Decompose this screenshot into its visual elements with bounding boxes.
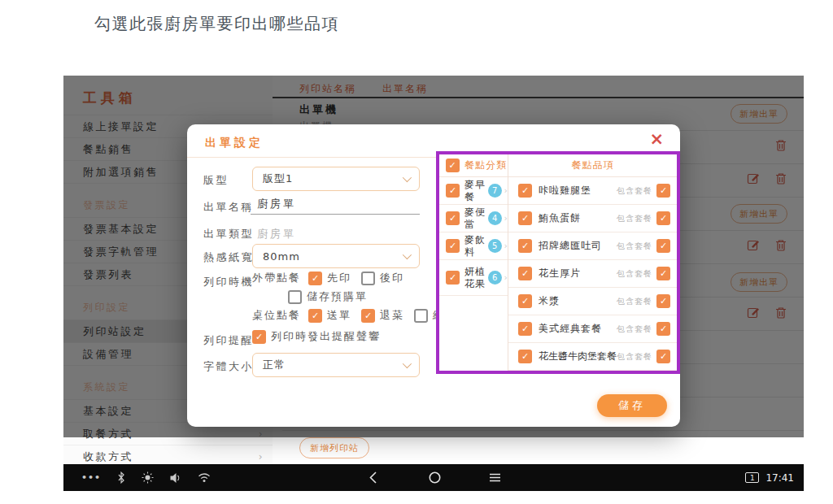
included-set-label: 包含套餐 bbox=[617, 268, 652, 280]
chevron-right-icon bbox=[504, 213, 508, 224]
category-name: 麥早餐 bbox=[464, 179, 486, 202]
print-items-panel: 餐點分類 麥早餐 7 麥便當 4 麥飲料 5 妍植 bbox=[436, 151, 680, 374]
ticket-settings-dialog: 出單設定 × 版型 版型1 出單名稱 廚房單 出單類型 廚房單 熱感紙寬 80m… bbox=[187, 124, 680, 427]
sidebar-item-payment-method[interactable]: 收款方式 bbox=[63, 445, 273, 464]
item-name: 咔啦雞腿堡 bbox=[539, 184, 591, 198]
category-column: 餐點分類 麥早餐 7 麥便當 4 麥飲料 5 妍植 bbox=[439, 154, 508, 371]
checkout-checkbox[interactable] bbox=[414, 309, 428, 323]
include-set-checkbox[interactable] bbox=[656, 239, 670, 253]
chevron-right-icon bbox=[259, 451, 264, 463]
android-navbar: ••• 1 17:41 bbox=[63, 464, 804, 491]
included-set-label: 包含套餐 bbox=[617, 185, 652, 197]
reminder-text: 列印時發出提醒聲響 bbox=[271, 329, 381, 344]
paper-width-select[interactable]: 80mm bbox=[252, 244, 420, 268]
recents-menu-button[interactable] bbox=[488, 471, 502, 484]
table-timing-row: 桌位點餐 送單 退菜 結帳 bbox=[252, 308, 467, 323]
category-count-badge: 7 bbox=[488, 184, 502, 198]
dialog-title: 出單設定 bbox=[205, 136, 264, 150]
include-set-checkbox[interactable] bbox=[656, 350, 670, 363]
back-button[interactable] bbox=[368, 471, 379, 484]
close-icon[interactable]: × bbox=[649, 131, 664, 148]
save-preorder-checkbox[interactable] bbox=[288, 290, 302, 304]
category-count-badge: 5 bbox=[488, 239, 502, 253]
item-checkbox[interactable] bbox=[518, 239, 532, 253]
save-preorder-row: 儲存預購單 bbox=[288, 289, 377, 304]
item-checkbox[interactable] bbox=[518, 184, 532, 198]
included-set-label: 包含套餐 bbox=[617, 351, 652, 363]
return-dish-label: 退菜 bbox=[380, 308, 404, 323]
item-row: 美式經典套餐 包含套餐 bbox=[508, 315, 677, 343]
add-station-button[interactable]: 新增列印站 bbox=[299, 437, 369, 458]
page-title: 勾選此張廚房單要印出哪些品項 bbox=[94, 13, 339, 35]
font-size-select[interactable]: 正常 bbox=[252, 353, 420, 377]
statusbar-right: 1 17:41 bbox=[745, 464, 794, 491]
paper-width-label: 熱感紙寬 bbox=[203, 250, 254, 265]
item-row: 花生醬牛肉堡套餐 包含套餐 bbox=[508, 343, 677, 371]
item-row: 米漿 包含套餐 bbox=[508, 288, 677, 315]
font-size-label: 字體大小 bbox=[203, 359, 254, 374]
send-order-checkbox[interactable] bbox=[308, 309, 322, 323]
statusbar-left: ••• bbox=[81, 464, 211, 491]
print-first-label: 先印 bbox=[327, 271, 351, 285]
save-button[interactable]: 儲存 bbox=[597, 394, 667, 417]
ticket-name-input[interactable]: 廚房單 bbox=[251, 193, 420, 215]
item-checkbox[interactable] bbox=[518, 322, 532, 336]
category-row[interactable]: 麥飲料 5 bbox=[439, 232, 508, 260]
item-row: 招牌總匯吐司 包含套餐 bbox=[508, 232, 677, 260]
category-count-badge: 6 bbox=[488, 271, 502, 285]
include-set-checkbox[interactable] bbox=[656, 322, 670, 336]
takeout-label: 外帶點餐 bbox=[252, 271, 301, 285]
chevron-right-icon bbox=[504, 272, 508, 283]
reminder-checkbox[interactable] bbox=[252, 330, 266, 344]
wifi-icon bbox=[198, 472, 211, 483]
item-row: 咔啦雞腿堡 包含套餐 bbox=[508, 177, 677, 205]
more-status-icon[interactable]: ••• bbox=[81, 472, 101, 483]
print-first-checkbox[interactable] bbox=[308, 272, 322, 285]
send-order-label: 送單 bbox=[327, 308, 351, 323]
return-dish-checkbox[interactable] bbox=[361, 309, 375, 323]
item-name: 米漿 bbox=[539, 294, 560, 308]
ticket-type-value: 廚房單 bbox=[257, 227, 296, 241]
include-set-checkbox[interactable] bbox=[656, 267, 670, 280]
print-reminder-label: 列印提醒 bbox=[203, 333, 254, 348]
print-after-checkbox[interactable] bbox=[361, 272, 375, 285]
category-checkbox[interactable] bbox=[446, 184, 460, 198]
item-header-row: 餐點品項 bbox=[508, 154, 677, 177]
ticket-name-label: 出單名稱 bbox=[203, 200, 254, 215]
home-button[interactable] bbox=[428, 471, 442, 484]
takeout-timing-row: 外帶點餐 先印 後印 bbox=[252, 271, 414, 285]
item-column: 餐點品項 咔啦雞腿堡 包含套餐 鮪魚蛋餅 包含套餐 招牌總匯吐司 包含套餐 bbox=[508, 154, 677, 371]
chevron-right-icon bbox=[504, 185, 508, 196]
category-row[interactable]: 妍植花果 6 bbox=[439, 260, 508, 296]
category-checkbox[interactable] bbox=[446, 211, 460, 225]
print-timing-label: 列印時機 bbox=[203, 275, 254, 289]
item-checkbox[interactable] bbox=[518, 211, 532, 225]
category-row[interactable]: 麥便當 4 bbox=[439, 205, 508, 232]
item-checkbox[interactable] bbox=[518, 267, 532, 280]
item-header-label: 餐點品項 bbox=[572, 159, 614, 172]
item-row: 鮪魚蛋餅 包含套餐 bbox=[508, 205, 677, 232]
item-name: 鮪魚蛋餅 bbox=[539, 211, 581, 225]
include-set-checkbox[interactable] bbox=[656, 184, 670, 198]
ticket-type-label: 出單類型 bbox=[203, 227, 254, 241]
item-checkbox[interactable] bbox=[518, 350, 532, 363]
category-name: 妍植花果 bbox=[464, 266, 486, 289]
category-header-label: 餐點分類 bbox=[464, 159, 507, 172]
template-select[interactable]: 版型1 bbox=[252, 167, 420, 191]
select-all-categories-checkbox[interactable] bbox=[446, 159, 460, 172]
category-name: 麥便當 bbox=[464, 206, 486, 230]
include-set-checkbox[interactable] bbox=[656, 211, 670, 225]
included-set-label: 包含套餐 bbox=[617, 296, 652, 307]
category-header-row: 餐點分類 bbox=[439, 154, 508, 177]
include-set-checkbox[interactable] bbox=[656, 294, 670, 308]
category-count-badge: 4 bbox=[488, 211, 502, 225]
item-row: 花生厚片 包含套餐 bbox=[508, 260, 677, 288]
item-name: 招牌總匯吐司 bbox=[539, 239, 602, 253]
category-row[interactable]: 麥早餐 7 bbox=[439, 177, 508, 205]
volume-icon bbox=[169, 472, 182, 484]
category-checkbox[interactable] bbox=[446, 239, 460, 253]
included-set-label: 包含套餐 bbox=[617, 241, 652, 252]
save-preorder-label: 儲存預購單 bbox=[307, 289, 368, 304]
item-checkbox[interactable] bbox=[518, 294, 532, 308]
category-checkbox[interactable] bbox=[446, 271, 460, 285]
